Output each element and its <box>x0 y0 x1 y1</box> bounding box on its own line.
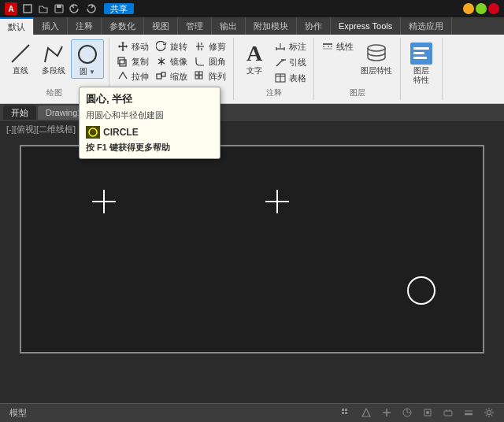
save-icon[interactable] <box>54 3 65 14</box>
trim-button[interactable]: 修剪 <box>191 39 228 54</box>
annotation-group-content: A 文字 标注 引线 <box>239 39 309 86</box>
leader-button[interactable]: 引线 <box>272 55 309 69</box>
props-content: 图层特性 <box>406 39 437 97</box>
properties-group: 图层特性 <box>401 38 443 100</box>
leader-label: 引线 <box>289 57 306 68</box>
svg-rect-41 <box>342 412 344 414</box>
hint-key: F1 <box>97 143 107 152</box>
svg-rect-0 <box>24 5 32 13</box>
tab-insert[interactable]: 插入 <box>34 17 68 35</box>
status-ortho[interactable] <box>378 407 395 420</box>
hint-suffix: 键获得更多帮助 <box>109 143 170 152</box>
svg-rect-42 <box>345 412 347 414</box>
minimize-btn[interactable] <box>463 3 474 14</box>
tab-default[interactable]: 默认 <box>0 17 34 35</box>
tab-parametric[interactable]: 参数化 <box>102 17 144 35</box>
tab-view[interactable]: 视图 <box>144 17 178 35</box>
move-label: 移动 <box>132 41 149 53</box>
circle-label: 圆 <box>80 67 87 76</box>
canvas-area[interactable] <box>20 145 484 354</box>
svg-point-31 <box>368 45 385 51</box>
status-polar[interactable] <box>398 407 416 420</box>
dim-button[interactable]: 标注 <box>272 39 309 54</box>
scale-button[interactable]: 缩放 <box>153 69 190 83</box>
properties-button[interactable]: 图层特性 <box>406 39 437 87</box>
copy-button[interactable]: 复制 <box>114 54 151 68</box>
modify-group-content: 移动 复制 拉伸 <box>114 39 228 86</box>
svg-rect-14 <box>199 72 202 75</box>
status-snap[interactable] <box>358 407 375 420</box>
open-icon[interactable] <box>38 3 49 14</box>
tab-output[interactable]: 输出 <box>212 17 246 35</box>
polyline-button[interactable]: 多段线 <box>38 39 69 77</box>
properties-icon <box>409 41 434 66</box>
linestyle-button[interactable]: 线性 <box>319 39 356 54</box>
array-label: 阵列 <box>209 71 226 83</box>
svg-rect-8 <box>161 72 165 76</box>
circle-button[interactable]: 圆 ▼ <box>71 39 104 79</box>
ribbon-content: 直线 多段线 圆 ▼ 绘图 <box>0 35 504 104</box>
props-group-label <box>406 97 437 98</box>
move-icon <box>117 40 129 53</box>
tab-start[interactable]: 开始 <box>3 106 36 120</box>
circle-dropdown-arrow: ▼ <box>89 68 95 76</box>
tab-featured[interactable]: 精选应用 <box>401 17 452 35</box>
hint-prefix: 按 <box>86 143 94 152</box>
tab-annotate[interactable]: 注释 <box>68 17 102 35</box>
text-big-icon: A <box>246 43 262 65</box>
text-button[interactable]: A 文字 <box>239 39 270 77</box>
status-model[interactable]: 模型 <box>6 407 30 419</box>
stretch-icon <box>117 70 129 83</box>
svg-rect-35 <box>413 47 429 50</box>
circle-cmd-icon <box>86 126 100 139</box>
maximize-btn[interactable] <box>476 3 487 14</box>
status-osnap[interactable] <box>419 407 436 420</box>
status-dyn-input[interactable] <box>439 407 457 420</box>
window-title: 共享 <box>104 3 463 15</box>
svg-point-38 <box>89 128 97 136</box>
modify-col3: 修剪 圆角 阵列 <box>191 39 228 83</box>
mirror-button[interactable]: 镜像 <box>153 54 190 68</box>
svg-point-49 <box>426 411 429 414</box>
new-icon[interactable] <box>22 3 33 14</box>
svg-rect-2 <box>57 5 61 8</box>
properties-label: 图层特性 <box>413 66 429 85</box>
table-button[interactable]: 表格 <box>272 71 309 85</box>
fillet-button[interactable]: 圆角 <box>191 54 228 68</box>
close-btn[interactable] <box>488 3 499 14</box>
stretch-button[interactable]: 拉伸 <box>114 69 151 83</box>
status-settings[interactable] <box>480 407 498 420</box>
redo-icon[interactable] <box>85 3 96 14</box>
svg-rect-13 <box>195 72 198 75</box>
svg-point-55 <box>487 410 491 414</box>
rotate-label: 旋转 <box>170 41 187 53</box>
tooltip-hint: 按 F1 键获得更多帮助 <box>86 142 213 154</box>
status-grid[interactable] <box>337 407 354 420</box>
tooltip-description: 用圆心和半径创建圆 <box>86 109 213 121</box>
crosshair-1 <box>92 190 116 213</box>
line-button[interactable]: 直线 <box>5 39 36 77</box>
status-lineweight[interactable] <box>460 407 477 420</box>
viewport-label: [-][俯视][二维线框] <box>6 124 76 135</box>
stretch-label: 拉伸 <box>132 71 149 83</box>
annotation-group-label: 注释 <box>239 86 309 98</box>
copy-label: 复制 <box>132 56 149 68</box>
array-button[interactable]: 阵列 <box>191 69 228 83</box>
svg-rect-39 <box>342 409 344 411</box>
leader-icon <box>274 56 287 68</box>
polyline-icon <box>41 41 66 66</box>
tab-express[interactable]: Express Tools <box>331 17 401 35</box>
undo-icon[interactable] <box>69 3 80 14</box>
move-button[interactable]: 移动 <box>114 39 151 54</box>
text-icon: A <box>242 41 267 66</box>
tab-addons[interactable]: 附加模块 <box>246 17 297 35</box>
rotate-button[interactable]: 旋转 <box>153 39 190 54</box>
crosshair-2 <box>265 190 289 213</box>
app-icon: A <box>5 2 17 15</box>
drawing-area[interactable] <box>0 137 504 365</box>
tab-collaborate[interactable]: 协作 <box>297 17 331 35</box>
layer-props-button[interactable]: 图层特性 <box>358 39 395 77</box>
tab-manage[interactable]: 管理 <box>178 17 212 35</box>
text-label: 文字 <box>246 66 262 76</box>
svg-rect-7 <box>157 74 161 79</box>
